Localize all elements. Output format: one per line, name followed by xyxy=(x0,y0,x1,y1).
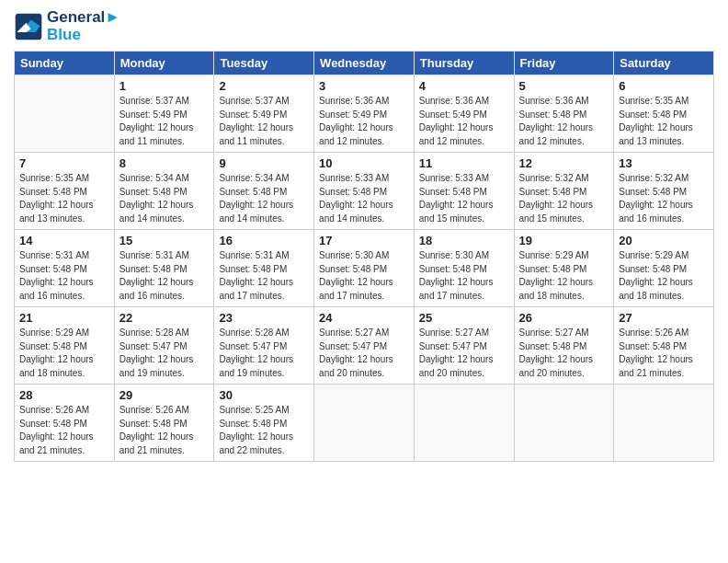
calendar-cell: 26Sunrise: 5:27 AM Sunset: 5:48 PM Dayli… xyxy=(514,307,614,385)
calendar-cell: 5Sunrise: 5:36 AM Sunset: 5:48 PM Daylig… xyxy=(514,75,614,153)
day-number: 7 xyxy=(19,156,109,170)
calendar-cell: 10Sunrise: 5:33 AM Sunset: 5:48 PM Dayli… xyxy=(314,153,415,230)
day-number: 16 xyxy=(219,234,309,247)
day-info: Sunrise: 5:31 AM Sunset: 5:48 PM Dayligh… xyxy=(119,249,210,303)
calendar-cell: 29Sunrise: 5:26 AM Sunset: 5:48 PM Dayli… xyxy=(114,385,214,462)
day-info: Sunrise: 5:30 AM Sunset: 5:48 PM Dayligh… xyxy=(319,249,409,303)
day-number: 22 xyxy=(119,311,210,325)
day-number: 30 xyxy=(219,388,309,402)
day-number: 26 xyxy=(519,311,609,325)
logo-text: General► Blue xyxy=(47,9,120,43)
calendar-cell: 19Sunrise: 5:29 AM Sunset: 5:48 PM Dayli… xyxy=(514,230,614,307)
calendar-cell: 13Sunrise: 5:32 AM Sunset: 5:48 PM Dayli… xyxy=(614,153,714,230)
calendar-cell: 27Sunrise: 5:26 AM Sunset: 5:48 PM Dayli… xyxy=(614,307,714,385)
calendar-cell xyxy=(314,385,415,462)
calendar-cell xyxy=(514,385,614,462)
day-info: Sunrise: 5:27 AM Sunset: 5:48 PM Dayligh… xyxy=(519,327,609,380)
day-number: 13 xyxy=(619,156,709,170)
weekday-header: Sunday xyxy=(15,52,115,75)
calendar-cell: 14Sunrise: 5:31 AM Sunset: 5:48 PM Dayli… xyxy=(15,230,115,307)
day-info: Sunrise: 5:27 AM Sunset: 5:47 PM Dayligh… xyxy=(319,327,409,380)
day-info: Sunrise: 5:28 AM Sunset: 5:47 PM Dayligh… xyxy=(119,327,210,380)
calendar-cell: 18Sunrise: 5:30 AM Sunset: 5:48 PM Dayli… xyxy=(414,230,514,307)
day-info: Sunrise: 5:28 AM Sunset: 5:47 PM Dayligh… xyxy=(219,327,309,380)
day-number: 3 xyxy=(319,79,409,93)
day-number: 19 xyxy=(519,234,609,247)
day-info: Sunrise: 5:25 AM Sunset: 5:48 PM Dayligh… xyxy=(219,404,309,457)
day-number: 28 xyxy=(19,388,109,402)
day-number: 10 xyxy=(319,156,409,170)
day-info: Sunrise: 5:27 AM Sunset: 5:47 PM Dayligh… xyxy=(419,327,509,380)
day-number: 15 xyxy=(119,234,210,247)
calendar-week-row: 1Sunrise: 5:37 AM Sunset: 5:49 PM Daylig… xyxy=(15,75,714,153)
day-info: Sunrise: 5:26 AM Sunset: 5:48 PM Dayligh… xyxy=(119,404,210,457)
day-number: 27 xyxy=(619,311,709,325)
day-number: 11 xyxy=(419,156,509,170)
calendar-week-row: 21Sunrise: 5:29 AM Sunset: 5:48 PM Dayli… xyxy=(15,307,714,385)
calendar-cell: 28Sunrise: 5:26 AM Sunset: 5:48 PM Dayli… xyxy=(15,385,115,462)
weekday-header: Saturday xyxy=(614,52,714,75)
calendar-cell: 7Sunrise: 5:35 AM Sunset: 5:48 PM Daylig… xyxy=(15,153,115,230)
weekday-header: Wednesday xyxy=(314,52,415,75)
calendar-cell: 4Sunrise: 5:36 AM Sunset: 5:49 PM Daylig… xyxy=(414,75,514,153)
weekday-header: Friday xyxy=(514,52,614,75)
day-info: Sunrise: 5:29 AM Sunset: 5:48 PM Dayligh… xyxy=(619,249,709,303)
day-number: 4 xyxy=(419,79,509,93)
calendar-cell: 9Sunrise: 5:34 AM Sunset: 5:48 PM Daylig… xyxy=(214,153,314,230)
calendar-cell xyxy=(15,75,115,153)
day-info: Sunrise: 5:37 AM Sunset: 5:49 PM Dayligh… xyxy=(219,95,309,148)
weekday-header: Tuesday xyxy=(214,52,314,75)
day-number: 23 xyxy=(219,311,309,325)
day-info: Sunrise: 5:30 AM Sunset: 5:48 PM Dayligh… xyxy=(419,249,509,303)
day-info: Sunrise: 5:31 AM Sunset: 5:48 PM Dayligh… xyxy=(219,249,309,303)
calendar-cell: 23Sunrise: 5:28 AM Sunset: 5:47 PM Dayli… xyxy=(214,307,314,385)
calendar-cell: 24Sunrise: 5:27 AM Sunset: 5:47 PM Dayli… xyxy=(314,307,415,385)
calendar-cell: 16Sunrise: 5:31 AM Sunset: 5:48 PM Dayli… xyxy=(214,230,314,307)
calendar-cell: 12Sunrise: 5:32 AM Sunset: 5:48 PM Dayli… xyxy=(514,153,614,230)
calendar-cell: 21Sunrise: 5:29 AM Sunset: 5:48 PM Dayli… xyxy=(15,307,115,385)
day-info: Sunrise: 5:31 AM Sunset: 5:48 PM Dayligh… xyxy=(19,249,109,303)
day-info: Sunrise: 5:36 AM Sunset: 5:49 PM Dayligh… xyxy=(319,95,409,148)
page: General► Blue SundayMondayTuesdayWednesd… xyxy=(0,0,728,563)
calendar-cell: 6Sunrise: 5:35 AM Sunset: 5:48 PM Daylig… xyxy=(614,75,714,153)
day-number: 12 xyxy=(519,156,609,170)
calendar-cell xyxy=(414,385,514,462)
logo-icon xyxy=(14,12,43,41)
day-number: 6 xyxy=(619,79,709,93)
day-number: 20 xyxy=(619,234,709,247)
day-number: 21 xyxy=(19,311,109,325)
day-info: Sunrise: 5:32 AM Sunset: 5:48 PM Dayligh… xyxy=(519,172,609,225)
calendar-cell: 20Sunrise: 5:29 AM Sunset: 5:48 PM Dayli… xyxy=(614,230,714,307)
day-number: 1 xyxy=(119,79,210,93)
calendar-cell: 11Sunrise: 5:33 AM Sunset: 5:48 PM Dayli… xyxy=(414,153,514,230)
day-info: Sunrise: 5:36 AM Sunset: 5:48 PM Dayligh… xyxy=(519,95,609,148)
day-number: 14 xyxy=(19,234,109,247)
calendar-week-row: 28Sunrise: 5:26 AM Sunset: 5:48 PM Dayli… xyxy=(15,385,714,462)
day-number: 17 xyxy=(319,234,409,247)
weekday-header: Thursday xyxy=(414,52,514,75)
calendar-week-row: 14Sunrise: 5:31 AM Sunset: 5:48 PM Dayli… xyxy=(15,230,714,307)
day-info: Sunrise: 5:33 AM Sunset: 5:48 PM Dayligh… xyxy=(319,172,409,225)
calendar-cell: 8Sunrise: 5:34 AM Sunset: 5:48 PM Daylig… xyxy=(114,153,214,230)
day-number: 18 xyxy=(419,234,509,247)
day-info: Sunrise: 5:36 AM Sunset: 5:49 PM Dayligh… xyxy=(419,95,509,148)
day-number: 29 xyxy=(119,388,210,402)
calendar-cell: 25Sunrise: 5:27 AM Sunset: 5:47 PM Dayli… xyxy=(414,307,514,385)
weekday-header: Monday xyxy=(114,52,214,75)
day-info: Sunrise: 5:35 AM Sunset: 5:48 PM Dayligh… xyxy=(619,95,709,148)
day-number: 5 xyxy=(519,79,609,93)
calendar: SundayMondayTuesdayWednesdayThursdayFrid… xyxy=(14,51,714,462)
calendar-week-row: 7Sunrise: 5:35 AM Sunset: 5:48 PM Daylig… xyxy=(15,153,714,230)
calendar-cell: 30Sunrise: 5:25 AM Sunset: 5:48 PM Dayli… xyxy=(214,385,314,462)
day-number: 9 xyxy=(219,156,309,170)
header: General► Blue xyxy=(14,9,714,43)
day-info: Sunrise: 5:29 AM Sunset: 5:48 PM Dayligh… xyxy=(519,249,609,303)
calendar-cell: 3Sunrise: 5:36 AM Sunset: 5:49 PM Daylig… xyxy=(314,75,415,153)
calendar-header-row: SundayMondayTuesdayWednesdayThursdayFrid… xyxy=(15,52,714,75)
calendar-cell: 15Sunrise: 5:31 AM Sunset: 5:48 PM Dayli… xyxy=(114,230,214,307)
calendar-cell: 2Sunrise: 5:37 AM Sunset: 5:49 PM Daylig… xyxy=(214,75,314,153)
day-info: Sunrise: 5:35 AM Sunset: 5:48 PM Dayligh… xyxy=(19,172,109,225)
logo: General► Blue xyxy=(14,9,120,43)
calendar-cell: 1Sunrise: 5:37 AM Sunset: 5:49 PM Daylig… xyxy=(114,75,214,153)
calendar-cell xyxy=(614,385,714,462)
